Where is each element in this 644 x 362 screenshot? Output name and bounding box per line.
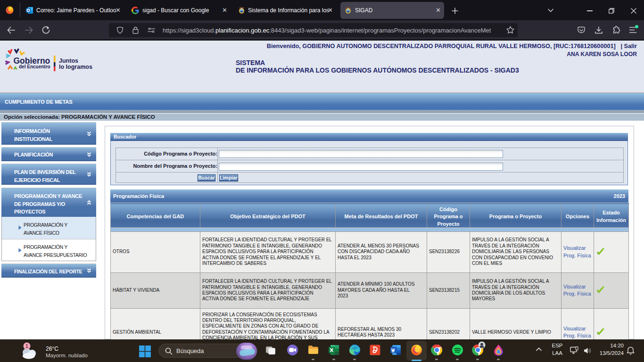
svg-text:1: 1	[25, 343, 28, 349]
svg-text:del Encuentro: del Encuentro	[19, 64, 50, 69]
svg-text:lo logramos: lo logramos	[59, 64, 92, 70]
